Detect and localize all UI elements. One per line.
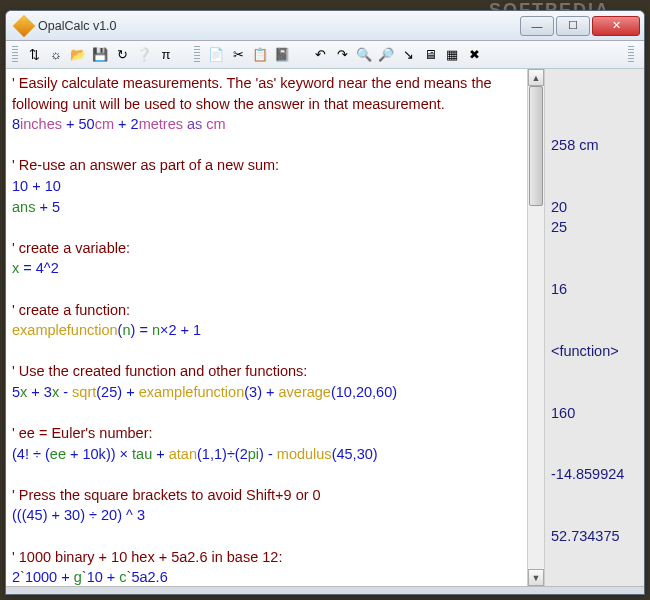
editor-line[interactable]: examplefunction(n) = n×2 + 1 [12,320,521,341]
app-icon [13,14,36,37]
statusbar [6,586,644,594]
scrollbar[interactable]: ▲ ▼ [527,69,544,586]
zoom-in-icon[interactable]: 🔎 [376,45,396,65]
editor-line[interactable]: 8inches + 50cm + 2metres as cm [12,114,521,135]
editor-line[interactable]: ' create a variable: [12,238,521,259]
sun-icon[interactable]: ☼ [46,45,66,65]
layout-icon[interactable]: ▦ [442,45,462,65]
editor-line[interactable]: 10 + 10 [12,176,521,197]
editor-line[interactable]: ans + 5 [12,197,521,218]
result-value [551,155,638,176]
result-value: 16 [551,279,638,300]
editor-line[interactable] [12,402,521,423]
result-value [551,238,638,259]
editor-line[interactable]: 5x + 3x - sqrt(25) + examplefunction(3) … [12,382,521,403]
result-value [551,320,638,341]
result-value: 52.734375 [551,526,638,547]
editor-line[interactable]: ' create a function: [12,300,521,321]
editor-line[interactable] [12,217,521,238]
result-value: 25 [551,217,638,238]
editor-line[interactable]: x = 4^2 [12,258,521,279]
result-value [551,176,638,197]
sort-icon[interactable]: ⇅ [24,45,44,65]
copy-icon[interactable]: 📋 [250,45,270,65]
titlebar[interactable]: OpalCalc v1.0 — ☐ ✕ [6,11,644,41]
result-value [551,114,638,135]
editor-line[interactable]: 2`1000 + g`10 + c`5a2.6 [12,567,521,586]
result-value [551,361,638,382]
pi-icon[interactable]: π [156,45,176,65]
toolbar-grip[interactable] [12,46,18,64]
result-value: 20 [551,197,638,218]
editor-line[interactable]: ' Easily calculate measurements. The 'as… [12,73,521,114]
result-value [551,547,638,568]
results-pane: 258 cm 2025 16 <function> 160 -14.859924… [544,69,644,586]
delete-icon[interactable]: ✖ [464,45,484,65]
result-value [551,382,638,403]
cut-icon[interactable]: ✂ [228,45,248,65]
editor-line[interactable]: ' Re-use an answer as part of a new sum: [12,155,521,176]
result-value [551,485,638,506]
result-value [551,258,638,279]
result-value: 258 cm [551,135,638,156]
result-value [551,423,638,444]
folder-open-icon[interactable]: 📂 [68,45,88,65]
result-value [551,73,638,94]
maximize-button[interactable]: ☐ [556,16,590,36]
redo-icon[interactable]: ↷ [332,45,352,65]
result-value: 160 [551,403,638,424]
scroll-down-button[interactable]: ▼ [528,569,544,586]
toolbar-grip-2[interactable] [194,46,200,64]
scroll-thumb[interactable] [529,86,543,206]
arrow-icon[interactable]: ↘ [398,45,418,65]
result-value [551,567,638,586]
editor-line[interactable]: ' ee = Euler's number: [12,423,521,444]
result-value: <function> [551,341,638,362]
monitor-icon[interactable]: 🖥 [420,45,440,65]
minimize-button[interactable]: — [520,16,554,36]
new-icon[interactable]: 📄 [206,45,226,65]
editor-line[interactable]: ' Press the square brackets to avoid Shi… [12,485,521,506]
window-title: OpalCalc v1.0 [38,19,520,33]
editor-line[interactable]: (4! ÷ (ee + 10k)) × tau + atan(1,1)÷(2pi… [12,444,521,465]
toolbar-grip-3[interactable] [628,46,634,64]
editor-line[interactable]: ' 1000 binary + 10 hex + 5a2.6 in base 1… [12,547,521,568]
editor-line[interactable] [12,464,521,485]
help-icon[interactable]: ❔ [134,45,154,65]
editor-line[interactable]: ' Use the created function and other fun… [12,361,521,382]
result-value [551,444,638,465]
editor-line[interactable] [12,526,521,547]
undo-icon[interactable]: ↶ [310,45,330,65]
editor-line[interactable] [12,279,521,300]
editor-line[interactable] [12,135,521,156]
paste-icon[interactable]: 📓 [272,45,292,65]
result-value [551,505,638,526]
close-button[interactable]: ✕ [592,16,640,36]
save-icon[interactable]: 💾 [90,45,110,65]
editor-line[interactable] [12,341,521,362]
toolbar: ⇅☼📂💾↻❔π 📄✂📋📓↶↷🔍🔎↘🖥▦✖ [6,41,644,69]
result-value: -14.859924 [551,464,638,485]
result-value [551,94,638,115]
result-value [551,300,638,321]
refresh-icon[interactable]: ↻ [112,45,132,65]
scroll-up-button[interactable]: ▲ [528,69,544,86]
app-window: OpalCalc v1.0 — ☐ ✕ ⇅☼📂💾↻❔π 📄✂📋📓↶↷🔍🔎↘🖥▦✖… [5,10,645,595]
zoom-out-icon[interactable]: 🔍 [354,45,374,65]
content-area: ' Easily calculate measurements. The 'as… [6,69,644,586]
editor-line[interactable]: (((45) + 30) ÷ 20) ^ 3 [12,505,521,526]
editor-pane[interactable]: ' Easily calculate measurements. The 'as… [6,69,527,586]
